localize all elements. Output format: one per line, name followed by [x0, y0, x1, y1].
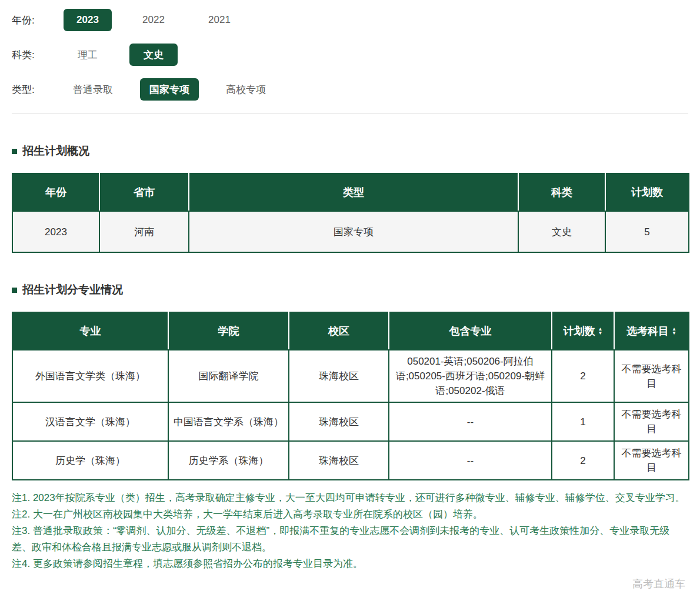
filter-option-national-special[interactable]: 国家专项 — [140, 78, 199, 101]
square-bullet-icon — [12, 149, 17, 154]
filter-label-year: 年份: — [12, 14, 64, 27]
caret-down-icon: ▼ — [598, 331, 603, 335]
included-majors-cell: 050201-英语;050206-阿拉伯语;050205-西班牙语;050209… — [389, 350, 552, 402]
note-2: 注2. 大一在广州校区南校园集中大类培养，大一学年结束后进入高考录取专业所在院系… — [12, 506, 688, 523]
majors-title: 招生计划分专业情况 — [22, 282, 123, 298]
plan-count-cell: 1 — [552, 402, 614, 441]
college-cell: 国际翻译学院 — [168, 350, 289, 402]
filter-option-regular[interactable]: 普通录取 — [64, 78, 122, 101]
overview-header-row: 年份 省市 类型 科类 计划数 — [12, 173, 689, 211]
majors-section-title: 招生计划分专业情况 — [12, 282, 688, 298]
college-cell: 历史学系（珠海） — [168, 441, 289, 480]
included-majors-cell: -- — [389, 441, 552, 480]
plan-count-cell: 2 — [552, 441, 614, 480]
included-majors-cell: -- — [389, 402, 552, 441]
overview-table: 年份 省市 类型 科类 计划数 2023 河南 国家专项 文史 5 — [12, 173, 689, 253]
square-bullet-icon — [12, 288, 17, 293]
filter-option-year-2022[interactable]: 2022 — [129, 9, 178, 31]
college-cell: 中国语言文学系（珠海） — [168, 402, 289, 441]
filter-option-year-2023[interactable]: 2023 — [64, 9, 112, 31]
campus-cell: 珠海校区 — [289, 441, 389, 480]
divider — [12, 113, 688, 114]
table-row: 外国语言文学类（珠海） 国际翻译学院 珠海校区 050201-英语;050206… — [12, 350, 689, 402]
majors-col-major: 专业 — [12, 312, 168, 350]
watermark: 高考直通车 — [12, 577, 688, 591]
overview-col-province: 省市 — [99, 173, 189, 211]
major-cell: 历史学（珠海） — [12, 441, 168, 480]
overview-col-type: 类型 — [189, 173, 518, 211]
majors-col-campus: 校区 — [289, 312, 389, 350]
majors-col-exam-subjects-sortable[interactable]: 选考科目 ▲ ▼ — [614, 312, 689, 350]
exam-subjects-cell: 不需要选考科目 — [614, 441, 689, 480]
majors-table: 专业 学院 校区 包含专业 计划数 ▲ ▼ 选考科目 — [12, 312, 689, 480]
filter-row-subject: 科类: 理工 文史 — [12, 44, 688, 66]
majors-col-plan-count-sortable[interactable]: 计划数 ▲ ▼ — [552, 312, 614, 350]
majors-col-plan-count-label: 计划数 — [564, 324, 595, 338]
filter-row-year: 年份: 2023 2022 2021 — [12, 9, 688, 31]
major-cell: 外国语言文学类（珠海） — [12, 350, 168, 402]
overview-cell-plan-count: 5 — [605, 211, 689, 252]
table-row: 汉语言文学（珠海） 中国语言文学系（珠海） 珠海校区 -- 1 不需要选考科目 — [12, 402, 689, 441]
majors-col-included-majors: 包含专业 — [389, 312, 552, 350]
note-4: 注4. 更多政策请参阅招生章程，填志愿须参照省招办公布的报考专业目录为准。 — [12, 556, 688, 572]
major-cell: 汉语言文学（珠海） — [12, 402, 168, 441]
sort-icon[interactable]: ▲ ▼ — [598, 327, 603, 335]
table-row: 2023 河南 国家专项 文史 5 — [12, 211, 689, 252]
overview-section-title: 招生计划概况 — [12, 143, 688, 159]
filters-panel: 年份: 2023 2022 2021 科类: 理工 文史 类型: 普通录取 国家… — [12, 9, 688, 101]
majors-header-row: 专业 学院 校区 包含专业 计划数 ▲ ▼ 选考科目 — [12, 312, 689, 350]
notes-block: 注1. 2023年按院系专业（类）招生，高考录取确定主修专业，大一至大四均可申请… — [12, 490, 688, 572]
overview-col-year: 年份 — [12, 173, 99, 211]
filter-option-year-2021[interactable]: 2021 — [195, 9, 244, 31]
exam-subjects-cell: 不需要选考科目 — [614, 402, 689, 441]
note-1: 注1. 2023年按院系专业（类）招生，高考录取确定主修专业，大一至大四均可申请… — [12, 490, 688, 506]
campus-cell: 珠海校区 — [289, 350, 389, 402]
overview-col-plan-count: 计划数 — [605, 173, 689, 211]
exam-subjects-cell: 不需要选考科目 — [614, 350, 689, 402]
overview-cell-type: 国家专项 — [189, 211, 518, 252]
note-3: 注3. 普通批录取政策：“零调剂、认加分、无级差、不退档”，即报满不重复的专业志… — [12, 523, 688, 556]
admission-plan-page: 年份: 2023 2022 2021 科类: 理工 文史 类型: 普通录取 国家… — [0, 0, 700, 591]
filter-label-type: 类型: — [12, 83, 64, 96]
table-row: 历史学（珠海） 历史学系（珠海） 珠海校区 -- 2 不需要选考科目 — [12, 441, 689, 480]
plan-count-cell: 2 — [552, 350, 614, 402]
filter-option-university-special[interactable]: 高校专项 — [216, 78, 275, 101]
filter-row-type: 类型: 普通录取 国家专项 高校专项 — [12, 78, 688, 101]
filter-label-subject: 科类: — [12, 48, 64, 62]
majors-col-exam-subjects-label: 选考科目 — [626, 324, 669, 338]
overview-cell-year: 2023 — [12, 211, 99, 252]
sort-icon[interactable]: ▲ ▼ — [672, 327, 676, 335]
overview-cell-province: 河南 — [99, 211, 189, 252]
filter-option-science[interactable]: 理工 — [64, 44, 112, 66]
overview-col-subject: 科类 — [518, 173, 605, 211]
majors-col-college: 学院 — [168, 312, 289, 350]
caret-down-icon: ▼ — [672, 331, 676, 335]
overview-cell-subject: 文史 — [518, 211, 605, 252]
campus-cell: 珠海校区 — [289, 402, 389, 441]
filter-option-liberal-arts[interactable]: 文史 — [129, 44, 178, 66]
overview-title: 招生计划概况 — [22, 143, 89, 159]
